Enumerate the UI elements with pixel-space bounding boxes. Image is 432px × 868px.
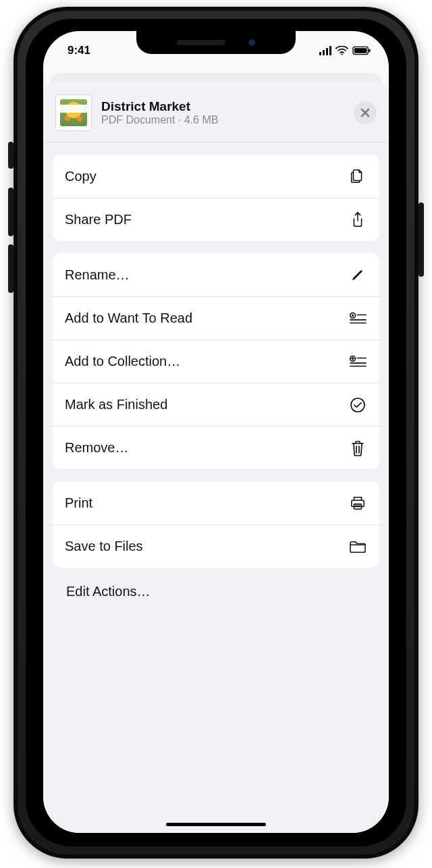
actions-list: Copy Share PDF xyxy=(43,142,389,599)
close-icon xyxy=(360,107,371,118)
notch xyxy=(136,31,296,54)
trash-icon xyxy=(348,439,367,458)
row-label: Add to Want To Read xyxy=(65,310,192,326)
add-want-to-read-row[interactable]: Add to Want To Read xyxy=(53,296,379,340)
svg-point-0 xyxy=(341,53,342,55)
wifi-icon xyxy=(335,46,348,55)
folder-icon xyxy=(348,537,367,556)
svg-rect-3 xyxy=(369,49,370,53)
edit-actions-row[interactable]: Edit Actions… xyxy=(53,580,379,599)
cellular-signal-icon xyxy=(319,46,331,55)
row-label: Rename… xyxy=(65,267,130,283)
checkmark-circle-icon xyxy=(348,396,367,414)
copy-icon xyxy=(348,167,367,186)
row-label: Edit Actions… xyxy=(66,584,151,599)
save-to-files-row[interactable]: Save to Files xyxy=(53,524,379,568)
screen: 9:41 xyxy=(43,31,389,833)
phone-body: 9:41 xyxy=(14,7,418,859)
row-label: Share PDF xyxy=(65,212,132,227)
rename-row[interactable]: Rename… xyxy=(53,253,379,296)
add-to-collection-row[interactable]: Add to Collection… xyxy=(53,340,379,383)
svg-point-16 xyxy=(351,398,364,412)
battery-icon xyxy=(352,46,371,55)
copy-row[interactable]: Copy xyxy=(53,155,379,198)
mark-as-finished-row[interactable]: Mark as Finished xyxy=(53,383,379,426)
share-pdf-row[interactable]: Share PDF xyxy=(53,198,379,241)
close-button[interactable] xyxy=(354,101,377,124)
row-label: Print xyxy=(65,495,92,511)
share-icon xyxy=(348,211,367,229)
row-label: Save to Files xyxy=(65,539,143,554)
action-group-2: Rename… Add to Want To Read xyxy=(53,253,379,469)
front-camera xyxy=(248,39,255,46)
volume-up-button xyxy=(8,188,14,236)
pencil-icon xyxy=(348,265,367,284)
home-indicator[interactable] xyxy=(166,823,266,826)
side-button xyxy=(418,202,424,277)
document-subtitle: PDF Document · 4.6 MB xyxy=(101,114,344,126)
row-label: Add to Collection… xyxy=(65,354,180,369)
row-label: Copy xyxy=(65,169,97,184)
row-label: Remove… xyxy=(65,440,128,456)
earpiece xyxy=(177,40,225,45)
action-group-1: Copy Share PDF xyxy=(53,155,379,241)
printer-icon xyxy=(348,493,367,512)
row-label: Mark as Finished xyxy=(65,397,167,412)
document-thumbnail xyxy=(55,94,92,131)
sheet-header: District Market PDF Document · 4.6 MB xyxy=(43,82,389,142)
volume-down-button xyxy=(8,244,14,293)
star-list-icon xyxy=(348,309,367,328)
status-time: 9:41 xyxy=(68,44,90,57)
action-group-3: Print xyxy=(53,481,379,568)
remove-row[interactable]: Remove… xyxy=(53,426,379,469)
share-sheet: District Market PDF Document · 4.6 MB xyxy=(43,82,389,833)
svg-rect-2 xyxy=(354,48,367,53)
silence-switch xyxy=(8,142,14,169)
print-row[interactable]: Print xyxy=(53,481,379,524)
device-frame: 9:41 xyxy=(0,0,432,868)
plus-list-icon xyxy=(348,352,367,371)
document-title: District Market xyxy=(101,99,344,114)
